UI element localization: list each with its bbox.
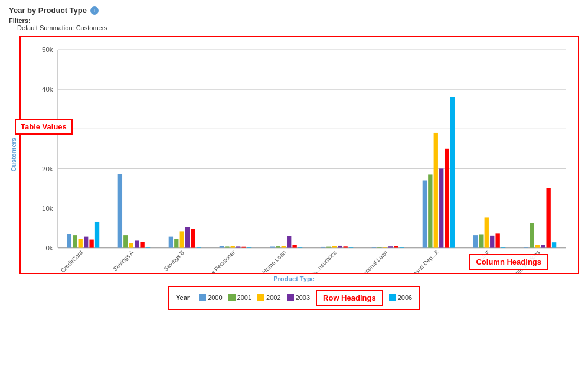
legend-item-2002: 2002 [257, 294, 280, 301]
svg-rect-21 [123, 235, 128, 248]
svg-rect-51 [377, 247, 381, 248]
svg-rect-17 [84, 237, 88, 248]
svg-text:20k: 20k [42, 165, 53, 172]
legend-label-2001: 2001 [237, 294, 251, 301]
svg-rect-46 [332, 246, 337, 247]
svg-rect-72 [546, 188, 550, 248]
legend-title: Year [176, 294, 190, 301]
svg-rect-41 [287, 236, 291, 247]
svg-rect-60 [445, 149, 449, 248]
svg-rect-38 [270, 247, 275, 248]
legend-swatch-2006 [389, 294, 396, 301]
x-axis-label: Product Type [9, 275, 579, 282]
filters-label: Filters: [9, 17, 31, 24]
svg-rect-65 [490, 236, 494, 248]
svg-rect-43 [298, 247, 302, 248]
legend-swatch-2001 [228, 294, 236, 301]
svg-text:Personal Loan: Personal Loan [357, 249, 388, 273]
svg-rect-14 [67, 234, 71, 248]
svg-rect-28 [180, 231, 184, 247]
svg-rect-25 [146, 247, 150, 247]
svg-text:50k: 50k [42, 46, 53, 53]
svg-text:CreditCard: CreditCard [60, 249, 84, 273]
svg-rect-20 [118, 174, 122, 248]
svg-rect-70 [535, 245, 540, 247]
svg-rect-32 [220, 246, 224, 247]
legend-swatch-2000 [199, 294, 206, 301]
bar-chart-svg: .tick-label { font-size: 11px; fill: #55… [21, 37, 578, 273]
svg-text:40k: 40k [42, 86, 53, 93]
svg-text:Home Lo...nsurance: Home Lo...nsurance [296, 249, 338, 272]
svg-rect-30 [191, 229, 195, 247]
y-axis-label: Customers [9, 36, 18, 274]
column-headings-annotation: Column Headings [469, 254, 548, 270]
svg-text:Savings Pensioner: Savings Pensioner [197, 249, 237, 272]
svg-rect-36 [241, 247, 246, 248]
legend-item-2003: 2003 [287, 294, 310, 301]
svg-rect-31 [197, 247, 201, 247]
svg-rect-40 [282, 246, 286, 248]
svg-rect-52 [383, 247, 387, 248]
filters-section: Filters: Default Summation: Customers [9, 17, 579, 31]
svg-rect-48 [343, 246, 347, 247]
svg-rect-45 [326, 247, 331, 248]
svg-rect-42 [292, 245, 296, 248]
legend-label-2003: 2003 [296, 294, 310, 301]
svg-text:Savings B: Savings B [162, 249, 186, 272]
svg-text:0k: 0k [45, 245, 53, 252]
svg-rect-55 [400, 247, 404, 247]
svg-rect-71 [541, 245, 545, 247]
svg-rect-27 [174, 239, 178, 248]
title-row: Year by Product Type i [9, 6, 579, 15]
svg-rect-63 [479, 234, 483, 247]
legend-item-2006: 2006 [389, 294, 412, 301]
legend-item-2000: 2000 [199, 294, 222, 301]
table-values-annotation: Table Values [15, 119, 73, 135]
svg-rect-29 [185, 227, 190, 248]
svg-rect-47 [338, 246, 342, 248]
svg-rect-59 [439, 168, 443, 247]
svg-rect-19 [95, 222, 99, 248]
svg-rect-24 [140, 242, 144, 248]
svg-rect-61 [450, 97, 455, 248]
filters-value: Default Summation: Customers [17, 24, 107, 31]
svg-rect-58 [434, 133, 438, 248]
legend-swatch-2003 [287, 294, 294, 301]
svg-text:Savings A: Savings A [112, 249, 135, 272]
info-icon[interactable]: i [90, 6, 99, 15]
legend-container: Year 2000 2001 2002 2003 Row Heading [168, 286, 420, 310]
svg-rect-16 [79, 239, 83, 248]
svg-rect-37 [247, 247, 251, 248]
svg-rect-73 [552, 242, 556, 247]
svg-rect-33 [225, 246, 229, 247]
svg-text:Demand Dep...it: Demand Dep...it [405, 249, 440, 272]
svg-rect-15 [73, 235, 77, 248]
svg-rect-34 [231, 246, 235, 248]
legend-label-2006: 2006 [398, 294, 412, 301]
svg-rect-67 [501, 247, 505, 248]
legend-swatch-2002 [257, 294, 264, 301]
svg-text:10k: 10k [42, 205, 53, 212]
svg-rect-56 [423, 180, 427, 247]
svg-rect-66 [495, 233, 499, 247]
svg-rect-57 [428, 174, 432, 247]
svg-rect-49 [349, 247, 353, 248]
main-chart-container: Table Values Column Headings Customers .… [9, 36, 579, 310]
svg-rect-35 [236, 246, 240, 247]
svg-rect-26 [169, 237, 173, 248]
svg-rect-18 [89, 240, 93, 248]
svg-rect-53 [388, 246, 393, 247]
page: Year by Product Type i Filters: Default … [0, 0, 588, 316]
svg-text:Home Loan: Home Loan [261, 249, 287, 273]
svg-rect-39 [276, 246, 280, 248]
svg-rect-64 [485, 217, 489, 247]
legend-label-2002: 2002 [266, 294, 280, 301]
svg-rect-23 [135, 240, 139, 247]
chart-title: Year by Product Type [9, 6, 87, 15]
svg-rect-54 [394, 246, 398, 248]
svg-rect-69 [530, 223, 534, 248]
svg-rect-62 [473, 235, 478, 248]
svg-rect-22 [129, 243, 133, 248]
svg-rect-50 [372, 247, 376, 248]
row-headings-annotation: Row Headings [316, 290, 383, 306]
